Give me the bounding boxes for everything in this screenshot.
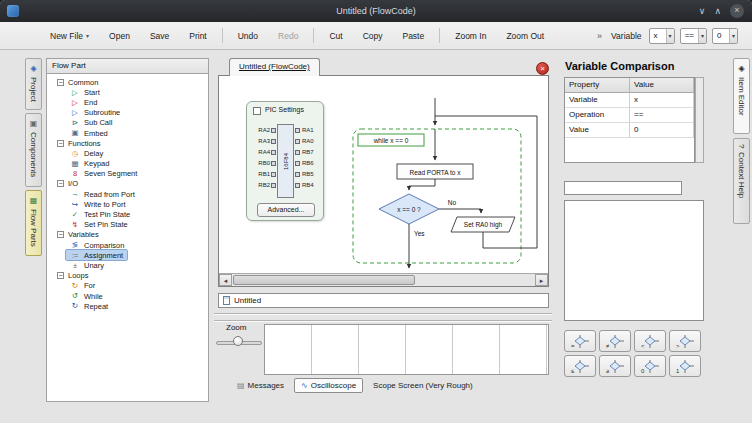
sidebar-tab-components[interactable]: ▣Components xyxy=(25,113,42,187)
document-icon xyxy=(223,296,230,305)
pin-label-left: RA4 xyxy=(248,148,270,156)
combo-value[interactable]: 0▾ xyxy=(712,28,738,44)
scroll-left-arrow[interactable]: ◂ xyxy=(219,274,232,286)
property-name-cell[interactable]: Value xyxy=(565,123,630,138)
tree-item-sub-call[interactable]: ⊳Sub Call xyxy=(47,118,208,128)
while-loop-boundary[interactable] xyxy=(353,129,521,263)
property-value-cell[interactable]: == xyxy=(630,108,694,123)
close-button[interactable]: × xyxy=(730,4,744,18)
pic-settings-panel[interactable]: PIC Settings 16F84 RA2RA3RA4RB0RB1RB2RA1… xyxy=(246,101,324,221)
tree-group-i-o[interactable]: −I/O xyxy=(47,179,208,189)
tree-item-label: Variables xyxy=(68,230,99,239)
property-name-cell[interactable]: Operation xyxy=(565,108,630,123)
tree-item-end[interactable]: ▷End xyxy=(47,97,208,107)
toolbar-button-copy[interactable]: Copy xyxy=(353,27,393,45)
tree-item-write-to-port[interactable]: ↪Write to Port xyxy=(47,199,208,209)
horizontal-splitter[interactable] xyxy=(214,313,552,314)
bottom-tab-messages[interactable]: ▤Messages xyxy=(230,378,291,393)
svg-text:1: 1 xyxy=(676,368,680,374)
combo-variable[interactable]: x▾ xyxy=(649,28,675,44)
tree-item-start[interactable]: ▷Start xyxy=(47,87,208,97)
toolbar-overflow-icon[interactable]: » xyxy=(597,31,602,41)
scrollbar-thumb[interactable] xyxy=(233,275,415,285)
pin-pad xyxy=(271,172,276,177)
tree-item-delay[interactable]: ◷Delay xyxy=(47,148,208,158)
pin-pad xyxy=(271,161,276,166)
tree-item-repeat[interactable]: ↻Repeat xyxy=(47,301,208,311)
flowchart-canvas[interactable]: while x == 0 Read PORTA to x x == 0 ? No… xyxy=(218,75,549,287)
minimize-button[interactable]: ∨ xyxy=(699,7,706,16)
canvas-horizontal-scrollbar[interactable]: ◂ ▸ xyxy=(219,273,548,286)
sidebar-tab-flow-parts[interactable]: ▦Flow Parts xyxy=(25,190,42,256)
horizontal-splitter[interactable] xyxy=(214,320,552,321)
tree-item-keypad[interactable]: ▦Keypad xyxy=(47,159,208,169)
tree-item-comparison[interactable]: ≶Comparison xyxy=(47,240,208,250)
tree-item-seven-segment[interactable]: 8Seven Segment xyxy=(47,169,208,179)
sidebar-tab-project[interactable]: ◈Project xyxy=(25,58,42,110)
item-editor-list[interactable] xyxy=(564,200,704,321)
advanced-button[interactable]: Advanced... xyxy=(257,203,315,217)
tree-item-embed[interactable]: ▣Embed xyxy=(47,128,208,138)
toolbar-button-paste[interactable]: Paste xyxy=(392,27,434,45)
bottom-tab-scope-screen-very-rough[interactable]: Scope Screen (Very Rough) xyxy=(366,378,480,393)
property-table-scrollbar[interactable] xyxy=(695,77,704,163)
pin-label-right: RA1 xyxy=(302,126,324,134)
tree-item-test-pin-state[interactable]: ✓Test Pin State xyxy=(47,209,208,219)
tree-item-label: Unary xyxy=(84,261,104,270)
tree-item-unary[interactable]: ±Unary xyxy=(47,260,208,270)
comparison-preset-button-2[interactable]: ≠ xyxy=(599,330,631,352)
comparison-preset-button-7[interactable]: 0 xyxy=(634,355,666,377)
collapse-expander-icon[interactable]: − xyxy=(57,231,64,238)
maximize-button[interactable]: ∧ xyxy=(714,7,721,16)
toolbar-button-zoom-out[interactable]: Zoom Out xyxy=(496,27,554,45)
comparison-preset-button-4[interactable]: > xyxy=(669,330,701,352)
comparison-preset-button-1[interactable]: = xyxy=(564,330,596,352)
collapse-expander-icon[interactable]: − xyxy=(57,140,64,147)
toolbar-button-open[interactable]: Open xyxy=(99,27,140,45)
toolbar-button-cut[interactable]: Cut xyxy=(319,27,352,45)
side-tab-context-help[interactable]: ?Context Help xyxy=(733,138,750,224)
canvas-tab[interactable]: Untitled (FlowCode) xyxy=(229,58,320,76)
collapse-expander-icon[interactable]: − xyxy=(57,272,64,279)
bottom-tab-oscilloscope[interactable]: ∿Oscilloscope xyxy=(294,378,363,393)
tree-item-subroutine[interactable]: ▷Subroutine xyxy=(47,108,208,118)
tree-group-functions[interactable]: −Functions xyxy=(47,138,208,148)
toolbar-button-save[interactable]: Save xyxy=(140,27,179,45)
property-value-cell[interactable]: 0 xyxy=(630,123,694,138)
scroll-right-arrow[interactable]: ▸ xyxy=(535,274,548,286)
flow-parts-panel: Flow Part −Common▷Start▷End▷Subroutine⊳S… xyxy=(46,58,209,402)
tree-group-loops[interactable]: −Loops xyxy=(47,271,208,281)
side-tab-item-editor[interactable]: ◈Item Editor xyxy=(733,58,750,134)
comparison-preset-button-3[interactable]: < xyxy=(634,330,666,352)
toolbar-button-zoom-in[interactable]: Zoom In xyxy=(445,27,496,45)
toolbar-button-undo[interactable]: Undo xyxy=(228,27,268,45)
collapse-expander-icon[interactable]: − xyxy=(57,79,64,86)
flowchart-name-field[interactable]: Untitled xyxy=(218,293,549,308)
property-name-cell[interactable]: Variable xyxy=(565,93,630,108)
titlebar[interactable]: Untitled (FlowCode) ∨ ∧ × xyxy=(0,0,752,22)
item-editor-input[interactable] xyxy=(564,181,682,195)
toolbar-button-print[interactable]: Print xyxy=(179,27,216,45)
tree-item-label: I/O xyxy=(68,179,78,188)
tree-group-common[interactable]: −Common xyxy=(47,77,208,87)
assignment-icon: := xyxy=(70,252,80,260)
comparison-preset-button-6[interactable]: ≥ xyxy=(599,355,631,377)
no-label: No xyxy=(448,199,457,206)
comparison-preset-button-5[interactable]: ≤ xyxy=(564,355,596,377)
toolbar-button-new-file[interactable]: New File▾ xyxy=(40,27,99,45)
toolbar-button-redo[interactable]: Redo xyxy=(268,27,308,45)
comparison-preset-button-8[interactable]: 1 xyxy=(669,355,701,377)
combo-operation[interactable]: ==▾ xyxy=(680,28,707,44)
tree-item-set-pin-state[interactable]: ↯Set Pin State xyxy=(47,220,208,230)
tree-item-for[interactable]: ↻For xyxy=(47,281,208,291)
zoom-slider-thumb[interactable] xyxy=(233,336,243,346)
property-value-cell[interactable]: x xyxy=(630,93,694,108)
tree-item-assignment[interactable]: :=Assignment xyxy=(47,250,208,260)
tree-item-while[interactable]: ↺While xyxy=(47,291,208,301)
pin-pad xyxy=(271,139,276,144)
canvas-close-button[interactable]: × xyxy=(536,62,549,75)
tree-group-variables[interactable]: −Variables xyxy=(47,230,208,240)
tree-item-read-from-port[interactable]: →Read from Port xyxy=(47,189,208,199)
pin-label-right: RB4 xyxy=(302,181,324,189)
collapse-expander-icon[interactable]: − xyxy=(57,180,64,187)
